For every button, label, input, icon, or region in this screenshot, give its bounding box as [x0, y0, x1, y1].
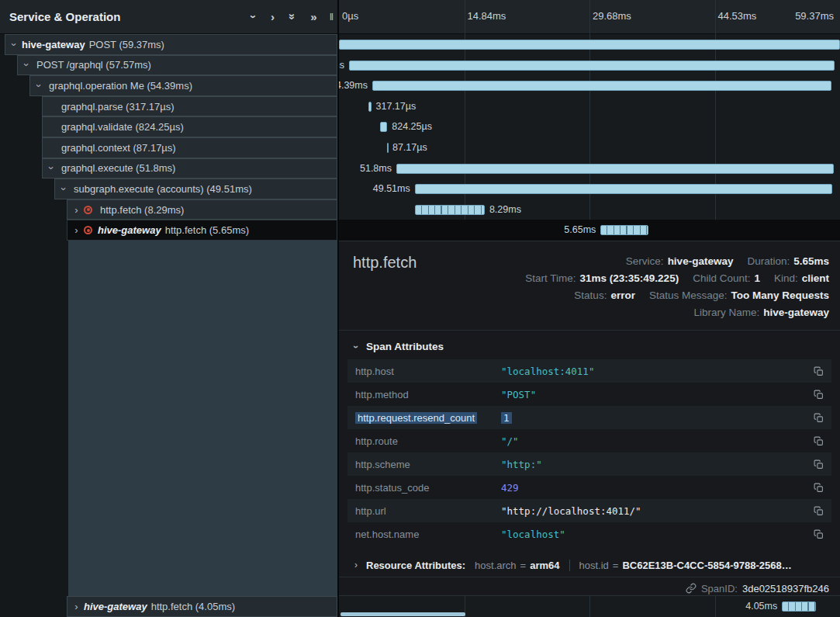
timeline-row[interactable]: 49.51ms: [339, 179, 840, 199]
chevron-down-icon[interactable]: ›: [9, 39, 19, 50]
link-icon[interactable]: [686, 583, 697, 594]
tree-row[interactable]: ›hive-gatewayhttp.fetch (4.05ms): [0, 596, 337, 617]
service-operation-panel: Service & Operation ››»» ‖ ›hive-gateway…: [0, 0, 337, 617]
chevron-down-icon[interactable]: ›: [34, 80, 44, 92]
copy-icon[interactable]: [814, 459, 824, 470]
span-duration-bar[interactable]: [372, 81, 831, 91]
timeline-row[interactable]: 8.29ms: [339, 199, 840, 220]
copy-icon[interactable]: [814, 483, 824, 493]
resource-attributes-row[interactable]: › Resource Attributes: host.arch=arm64ho…: [351, 556, 792, 574]
tree-row[interactable]: ›graphql.operation Me (54.39ms): [0, 75, 337, 96]
attribute-row[interactable]: http.status_code429: [347, 476, 831, 499]
span-label: http.fetch (4.05ms): [151, 601, 235, 612]
tree-row-card[interactable]: ›subgraph.execute (accounts) (49.51ms): [54, 179, 337, 199]
chevron-right-icon[interactable]: ›: [71, 225, 82, 235]
attribute-row[interactable]: net.host.name"localhost": [347, 522, 831, 546]
tree-row[interactable]: ›POST /graphql (57.57ms): [0, 55, 337, 76]
timeline-row[interactable]: 5.65ms: [339, 220, 840, 241]
resource-key: host.id: [579, 560, 609, 571]
attribute-row[interactable]: http.scheme"http:": [347, 452, 831, 476]
double-chevron-right-icon[interactable]: »: [310, 11, 316, 23]
detail-divider: [339, 330, 840, 331]
tree-row[interactable]: ›hive-gatewayPOST (59.37ms): [0, 34, 337, 55]
attribute-key-cell: http.status_code: [355, 482, 501, 494]
copy-icon[interactable]: [814, 413, 824, 423]
tree-row-card[interactable]: ›graphql.execute (51.8ms): [42, 158, 337, 179]
tree-row-card[interactable]: ›POST /graphql (57.57ms): [17, 55, 337, 76]
span-attributes-table: http.host"localhost:4011"http.method"POS…: [347, 359, 831, 546]
span-duration-bar[interactable]: [600, 225, 648, 235]
indent-spacer: [0, 75, 29, 96]
time-axis-label: 29.68ms: [593, 10, 631, 22]
span-attributes-header[interactable]: › Span Attributes: [351, 341, 444, 352]
attribute-value-cell: "/": [501, 435, 807, 447]
timeline-row[interactable]: 54.39ms: [339, 75, 840, 96]
double-chevron-down-icon[interactable]: »: [287, 13, 299, 19]
chevron-down-icon[interactable]: ›: [47, 162, 57, 174]
attribute-row[interactable]: http.method"POST": [347, 383, 831, 406]
bar-duration-label: 8.29ms: [489, 205, 521, 215]
attribute-row[interactable]: http.request.resend_count1: [347, 406, 831, 429]
meta-value: 5.65ms: [793, 255, 829, 267]
span-duration-bar[interactable]: [349, 61, 835, 71]
span-duration-bar[interactable]: [396, 164, 834, 174]
span-label: graphql.context (87.17µs): [61, 142, 176, 154]
span-duration-bar[interactable]: [380, 122, 387, 132]
timeline-row[interactable]: 51.8ms: [339, 158, 840, 179]
attribute-key: http.status_code: [355, 482, 429, 494]
tree-row-card[interactable]: ›hive-gatewayhttp.fetch (4.05ms): [67, 596, 337, 617]
meta-value: hive-gateway: [763, 307, 829, 318]
copy-icon[interactable]: [814, 506, 824, 516]
timeline-row[interactable]: 57.57ms: [339, 55, 840, 76]
copy-icon[interactable]: [814, 366, 824, 376]
copy-icon[interactable]: [814, 390, 824, 400]
span-duration-bar[interactable]: [387, 143, 389, 153]
attribute-row[interactable]: http.url"http://localhost:4011/": [347, 499, 831, 522]
equals-sign: =: [520, 560, 527, 571]
tree-row-card[interactable]: graphql.validate (824.25µs): [42, 116, 337, 137]
chevron-right-icon[interactable]: ›: [71, 601, 82, 612]
attribute-row[interactable]: http.route"/": [347, 429, 831, 452]
timeline-row[interactable]: 59.37ms: [339, 34, 840, 55]
copy-icon[interactable]: [814, 436, 824, 446]
tree-row[interactable]: graphql.parse (317.17µs): [0, 96, 337, 117]
chevron-right-icon[interactable]: ›: [271, 11, 275, 23]
attribute-value: 1: [501, 412, 512, 424]
tree-row[interactable]: ›subgraph.execute (accounts) (49.51ms): [0, 179, 337, 199]
span-duration-bar[interactable]: [339, 40, 840, 50]
meta-label: Kind:: [774, 272, 798, 284]
timeline-row[interactable]: 87.17µs: [339, 137, 840, 158]
tree-row[interactable]: ›hive-gatewayhttp.fetch (5.65ms): [0, 220, 337, 241]
chevron-down-icon[interactable]: ›: [59, 183, 69, 195]
attribute-row[interactable]: http.host"localhost:4011": [347, 359, 831, 383]
span-duration-bar[interactable]: [368, 102, 371, 112]
span-duration-bar[interactable]: [415, 184, 833, 194]
time-axis-label: 0µs: [342, 10, 358, 22]
tree-row-card[interactable]: ›graphql.operation Me (54.39ms): [29, 75, 337, 96]
chevron-right-icon[interactable]: ›: [71, 205, 82, 215]
attribute-key: http.host: [355, 366, 394, 377]
chevron-down-icon[interactable]: ›: [248, 15, 260, 19]
horizontal-scrollbar-thumb[interactable]: [340, 612, 465, 616]
copy-icon[interactable]: [814, 529, 824, 539]
timeline-row[interactable]: 824.25µs: [339, 116, 840, 137]
tree-row-card[interactable]: ›hive-gatewayPOST (59.37ms): [5, 34, 337, 55]
attribute-key-cell: http.scheme: [355, 459, 501, 470]
tree-row-card[interactable]: graphql.parse (317.17µs): [42, 96, 337, 117]
attribute-key: http.scheme: [355, 459, 410, 470]
chevron-down-icon[interactable]: ›: [22, 59, 32, 71]
tree-row[interactable]: ›http.fetch (8.29ms): [0, 199, 337, 220]
tree-row-card[interactable]: ›http.fetch (8.29ms): [67, 199, 337, 220]
meta-line: Status:errorStatus Message:Too Many Requ…: [525, 287, 829, 304]
attribute-value: 429: [501, 482, 519, 494]
span-id-row: SpanID: 3de02518937fb246: [679, 581, 829, 595]
timeline-row[interactable]: 317.17µs: [339, 96, 840, 117]
tree-row[interactable]: graphql.validate (824.25µs): [0, 116, 337, 137]
tree-row-card[interactable]: ›hive-gatewayhttp.fetch (5.65ms): [67, 220, 337, 241]
tree-row[interactable]: ›graphql.execute (51.8ms): [0, 158, 337, 179]
tree-row[interactable]: graphql.context (87.17µs): [0, 137, 337, 158]
panel-resize-handle[interactable]: ‖: [330, 11, 334, 23]
span-duration-bar[interactable]: [415, 205, 485, 215]
tree-row-card[interactable]: graphql.context (87.17µs): [42, 137, 337, 158]
span-duration-bar[interactable]: [782, 601, 816, 612]
